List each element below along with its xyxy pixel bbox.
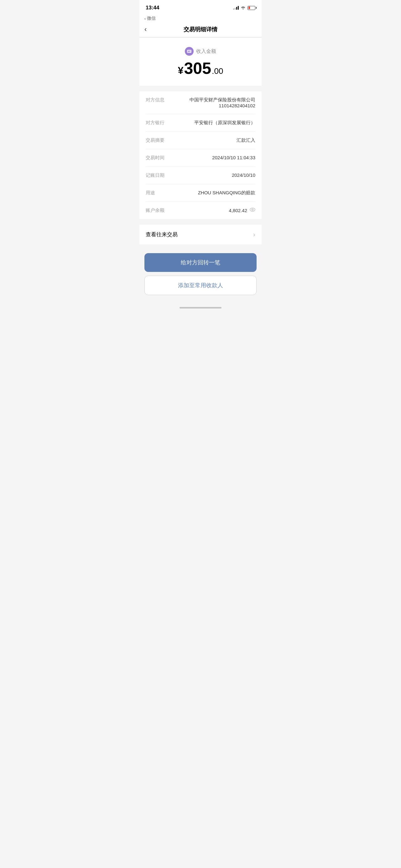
detail-value-bank: 平安银行（原深圳发展银行） <box>174 120 255 126</box>
svg-rect-0 <box>187 50 192 53</box>
svg-point-1 <box>250 208 255 212</box>
add-favorite-button[interactable]: 添加至常用收款人 <box>144 276 257 295</box>
detail-row-purpose: 用途 ZHOU SHANGQING的赔款 <box>146 184 255 202</box>
detail-value-time: 2024/10/10 11:04:33 <box>174 155 255 160</box>
amount-decimal: .00 <box>212 66 223 76</box>
income-label-row: 收入金额 <box>185 47 216 56</box>
wifi-icon <box>240 6 246 10</box>
view-history-label: 查看往来交易 <box>146 231 178 238</box>
detail-row-balance: 账户余额 4,802.42 <box>146 202 255 219</box>
nav-bar: ‹ 交易明细详情 <box>139 22 262 37</box>
status-time: 13:44 <box>146 5 159 11</box>
detail-value-balance: 4,802.42 <box>229 208 247 213</box>
eye-icon[interactable] <box>250 208 255 213</box>
detail-value-bookdate: 2024/10/10 <box>174 173 255 178</box>
detail-row-bank: 对方银行 平安银行（原深圳发展银行） <box>146 114 255 132</box>
svg-point-2 <box>252 209 253 211</box>
actions-section: 给对方回转一笔 添加至常用收款人 <box>139 247 262 305</box>
amount-main: 305 <box>184 60 211 76</box>
back-button[interactable]: ‹ <box>144 25 147 33</box>
wechat-label: 微信 <box>147 16 156 21</box>
detail-label-counterparty: 对方信息 <box>146 97 168 103</box>
detail-value-counterparty: 中国平安财产保险股份有限公司 11014282404102 <box>174 97 255 108</box>
detail-row-counterparty: 对方信息 中国平安财产保险股份有限公司 11014282404102 <box>146 91 255 114</box>
transfer-back-button[interactable]: 给对方回转一笔 <box>144 253 257 272</box>
detail-value-purpose: ZHOU SHANGQING的赔款 <box>174 190 255 196</box>
section-separator-1 <box>139 86 262 88</box>
signal-icon <box>233 6 239 10</box>
detail-label-summary: 交易摘要 <box>146 137 168 143</box>
detail-value-summary: 汇款汇入 <box>174 137 255 143</box>
amount-symbol: ¥ <box>178 65 183 76</box>
detail-label-purpose: 用途 <box>146 190 168 196</box>
amount-section: 收入金额 ¥ 305 .00 <box>139 37 262 86</box>
section-separator-2 <box>139 219 262 221</box>
section-separator-3 <box>139 244 262 247</box>
view-history-row[interactable]: 查看往来交易 › <box>146 225 255 244</box>
back-arrow-icon: ‹ <box>144 16 146 21</box>
page-title: 交易明细详情 <box>183 26 218 33</box>
detail-label-balance: 账户余额 <box>146 208 168 213</box>
detail-label-bank: 对方银行 <box>146 120 168 126</box>
detail-row-time: 交易时间 2024/10/10 11:04:33 <box>146 149 255 167</box>
income-text: 收入金额 <box>196 48 216 55</box>
header-area: ‹ 微信 <box>139 14 262 22</box>
home-indicator <box>139 305 262 312</box>
detail-label-time: 交易时间 <box>146 155 168 161</box>
battery-icon <box>248 6 255 10</box>
status-icons <box>233 6 255 10</box>
home-bar <box>179 307 222 309</box>
view-history-section: 查看往来交易 › <box>139 225 262 244</box>
balance-value-row: 4,802.42 <box>229 208 255 213</box>
details-section: 对方信息 中国平安财产保险股份有限公司 11014282404102 对方银行 … <box>139 91 262 219</box>
chevron-right-icon: › <box>253 231 255 238</box>
status-bar: 13:44 <box>139 0 262 14</box>
detail-row-summary: 交易摘要 汇款汇入 <box>146 132 255 149</box>
back-chevron-icon: ‹ <box>144 25 147 33</box>
amount-display: ¥ 305 .00 <box>178 60 223 76</box>
detail-label-bookdate: 记账日期 <box>146 173 168 178</box>
wechat-back-row[interactable]: ‹ 微信 <box>139 14 262 22</box>
income-icon <box>185 47 194 56</box>
detail-row-bookdate: 记账日期 2024/10/10 <box>146 167 255 184</box>
